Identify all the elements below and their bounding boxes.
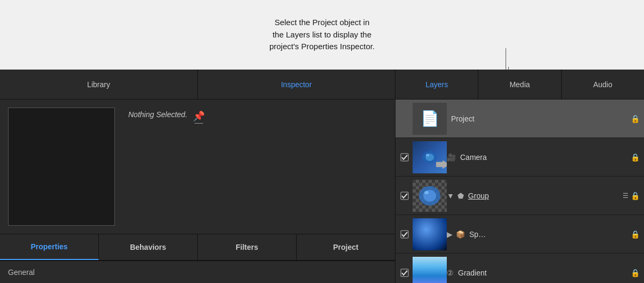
layer-row-gradient[interactable]: ② Gradient 🔒 (395, 254, 644, 283)
right-tab-bar: Layers Media Audio (395, 70, 644, 100)
pin-icon: 📌 (193, 110, 205, 122)
svg-point-3 (426, 154, 429, 156)
nothing-selected-text: Nothing Selected. (128, 110, 188, 119)
gradient-layer-icon: ② (447, 269, 454, 277)
layer-thumb-sp (413, 218, 447, 250)
layer-check-camera[interactable] (400, 152, 409, 162)
layer-name-camera: Camera (460, 153, 487, 162)
tooltip-text: Select the Project object in the Layers … (269, 17, 375, 53)
left-panel: Library Inspector Nothing Selected. 📌 Pr… (0, 70, 395, 283)
group-lock-area: ☰ 🔒 (623, 192, 640, 200)
layer-row-project[interactable]: 📄 Project 🔒 (395, 100, 644, 138)
layer-thumb-camera (413, 141, 447, 173)
layer-row-group[interactable]: ▼ ⬟ Group ☰ 🔒 (395, 177, 644, 215)
lock-icon-project: 🔒 (631, 114, 640, 123)
sub-tab-filters[interactable]: Filters (198, 234, 297, 260)
project-doc-icon: 📄 (421, 110, 439, 127)
layer-name-gradient: Gradient (458, 269, 487, 277)
right-panel: Layers Media Audio 📄 Project 🔒 (395, 70, 644, 283)
tab-inspector[interactable]: Inspector (198, 70, 395, 99)
layer-info-group: ▼ ⬟ Group (447, 192, 623, 200)
pin-underline (195, 123, 203, 124)
layer-thumb-group (413, 180, 447, 212)
tab-audio[interactable]: Audio (562, 70, 644, 99)
layer-info-sp: ▶ 📦 Sp… (447, 230, 631, 239)
callout-line (506, 48, 506, 72)
top-tab-bar: Library Inspector (0, 70, 395, 100)
general-label: General (8, 268, 35, 277)
camera-layer-icon: 🎥 (447, 153, 456, 162)
layer-info-project: Project (451, 114, 631, 123)
lock-icon-group: 🔒 (631, 192, 640, 200)
layer-info-gradient: ② Gradient (447, 269, 631, 277)
sub-tab-project[interactable]: Project (297, 234, 395, 260)
sub-tab-behaviors[interactable]: Behaviors (99, 234, 198, 260)
sp-layer-icon: 📦 (456, 230, 465, 239)
layer-name-group: Group (468, 192, 489, 200)
main-panel: Library Inspector Nothing Selected. 📌 Pr… (0, 70, 644, 283)
tab-library[interactable]: Library (0, 70, 198, 99)
svg-point-7 (424, 191, 429, 194)
nothing-selected-area: Nothing Selected. 📌 (123, 100, 395, 234)
checkbox-gradient (400, 269, 409, 277)
lock-icon-camera: 🔒 (631, 153, 640, 162)
sp-arrow-icon: ▶ (447, 230, 453, 239)
layer-row-sp[interactable]: ▶ 📦 Sp… 🔒 (395, 215, 644, 254)
pin-button[interactable]: 📌 (193, 110, 205, 124)
layers-list: 📄 Project 🔒 (395, 100, 644, 283)
tooltip-area: Select the Project object in the Layers … (0, 0, 644, 70)
layer-info-camera: 🎥 Camera (447, 153, 631, 162)
tab-media[interactable]: Media (478, 70, 561, 99)
sub-tab-bar: Properties Behaviors Filters Project (0, 234, 395, 261)
layer-name-project: Project (451, 114, 475, 123)
camera-thumb-svg (419, 149, 440, 165)
layer-thumb-project: 📄 (413, 103, 447, 135)
group-arrow-icon: ▼ (447, 192, 454, 200)
layer-row-camera[interactable]: 🎥 Camera 🔒 (395, 138, 644, 177)
lock-icon-gradient: 🔒 (631, 269, 640, 277)
checkbox-camera (400, 153, 409, 162)
group-layers-icon: ☰ (623, 192, 629, 200)
group-layer-icon: ⬟ (457, 192, 464, 200)
layer-check-group[interactable] (400, 191, 409, 201)
layer-check-sp[interactable] (400, 230, 409, 239)
inspector-area: Nothing Selected. 📌 (0, 100, 395, 234)
layer-name-sp: Sp… (469, 230, 486, 239)
preview-box (8, 108, 115, 226)
layer-check-gradient[interactable] (400, 268, 409, 278)
layer-thumb-gradient (413, 257, 447, 284)
tab-layers[interactable]: Layers (395, 70, 478, 99)
checkbox-sp (400, 230, 409, 239)
checkbox-group (400, 192, 409, 200)
lock-icon-sp: 🔒 (631, 230, 640, 239)
general-footer: General (0, 261, 395, 283)
sub-tab-properties[interactable]: Properties (0, 234, 99, 260)
group-thumb-svg (413, 180, 447, 212)
